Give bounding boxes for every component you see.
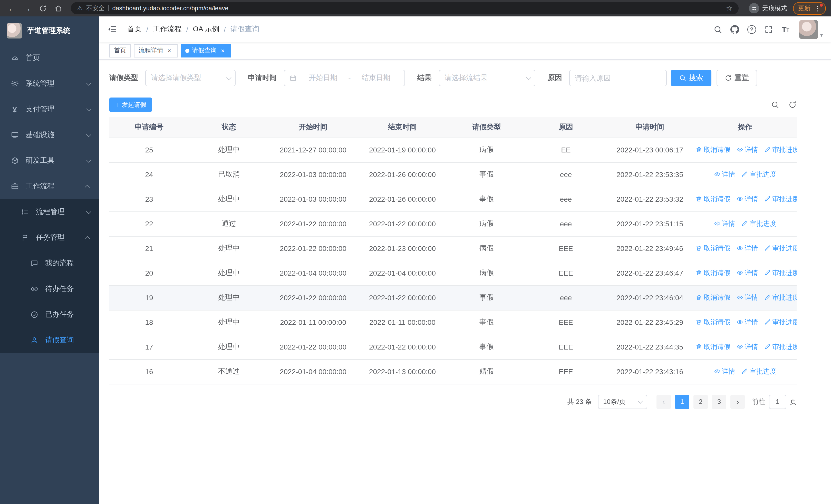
bookmark-star-icon[interactable]: ☆ [726, 4, 733, 12]
col-apply-time: 申请时间 [606, 117, 693, 138]
sidebar-item-my-processes[interactable]: 我的流程 [0, 250, 99, 276]
cancel-leave-link[interactable]: 取消请假 [695, 145, 730, 154]
font-size-button[interactable]: TT [777, 17, 794, 42]
table-row: 20 处理中 2022-01-04 00:00:00 2022-01-04 00… [109, 261, 797, 285]
browser-home-button[interactable] [51, 2, 65, 15]
detail-link[interactable]: 详情 [714, 219, 735, 228]
detail-link[interactable]: 详情 [714, 367, 735, 376]
sidebar-item-task-management[interactable]: 任务管理 [0, 225, 99, 250]
sidebar-item-leave-query[interactable]: 请假查询 [0, 327, 99, 353]
dashboard-icon [10, 54, 19, 62]
page-button-2[interactable]: 2 [693, 394, 708, 409]
detail-link[interactable]: 详情 [714, 170, 735, 179]
detail-link[interactable]: 详情 [737, 195, 758, 204]
leave-type-select[interactable]: 请选择请假类型 [145, 70, 236, 86]
detail-link[interactable]: 详情 [737, 318, 758, 327]
chevron-down-icon [226, 75, 231, 80]
approval-progress-link[interactable]: 审批进度 [764, 268, 797, 278]
screen: ← → ⚠ 不安全 dashboard.yudao.iocoder.cn/bpm… [0, 0, 831, 504]
create-leave-label: 发起请假 [122, 100, 146, 109]
search-button[interactable]: 搜索 [671, 70, 711, 86]
header-search-button[interactable] [709, 17, 726, 42]
user-avatar[interactable] [799, 20, 818, 39]
prev-page-button[interactable]: ‹ [657, 394, 671, 409]
approval-progress-link[interactable]: 审批进度 [764, 342, 797, 352]
chevron-down-icon [86, 157, 91, 162]
cancel-leave-link[interactable]: 取消请假 [695, 318, 730, 327]
detail-link[interactable]: 详情 [737, 293, 758, 302]
sidebar-collapse-button[interactable] [107, 24, 119, 35]
search-button-label: 搜索 [689, 73, 703, 83]
pen-icon [741, 368, 748, 375]
check-circle-icon [30, 310, 38, 319]
sidebar-item-workflow[interactable]: 工作流程 [0, 174, 99, 199]
close-icon[interactable]: × [166, 47, 173, 54]
goto-page-input[interactable] [769, 394, 786, 409]
page-size-select[interactable]: 10条/页 [598, 394, 647, 409]
browser-forward-button[interactable]: → [21, 2, 34, 15]
sidebar-item-system[interactable]: 系统管理 [0, 71, 99, 96]
cancel-leave-link[interactable]: 取消请假 [695, 195, 730, 204]
browser-update-button[interactable]: 更新 ⋮ [793, 2, 826, 14]
browser-reload-button[interactable] [36, 2, 49, 15]
detail-link[interactable]: 详情 [737, 342, 758, 352]
toggle-search-button[interactable] [771, 100, 779, 109]
reset-button[interactable]: 重置 [717, 70, 757, 86]
cell-reason: EEE [559, 367, 573, 376]
cancel-leave-link[interactable]: 取消请假 [695, 244, 730, 253]
approval-progress-link[interactable]: 审批进度 [764, 293, 797, 302]
cell-end-time: 2022-01-23 00:00:00 [369, 244, 436, 253]
detail-link[interactable]: 详情 [737, 145, 758, 154]
approval-progress-link[interactable]: 审批进度 [764, 195, 797, 204]
approval-progress-link[interactable]: 审批进度 [741, 170, 776, 179]
tab-process-detail[interactable]: 流程详情 × [134, 44, 178, 57]
table-row: 21 处理中 2022-01-22 00:00:00 2022-01-23 00… [109, 236, 797, 261]
sidebar-item-infrastructure[interactable]: 基础设施 [0, 122, 99, 148]
sidebar-item-done-tasks[interactable]: 已办任务 [0, 302, 99, 327]
approval-progress-link[interactable]: 审批进度 [764, 244, 797, 253]
cell-reason: eee [560, 170, 572, 179]
browser-back-button[interactable]: ← [5, 2, 19, 15]
page-button-1[interactable]: 1 [675, 394, 689, 409]
approval-progress-link[interactable]: 审批进度 [764, 145, 797, 154]
cancel-leave-link[interactable]: 取消请假 [695, 293, 730, 302]
browser-menu-button[interactable]: ⋮ [814, 5, 821, 11]
fullscreen-button[interactable] [760, 17, 777, 42]
logo[interactable]: 芋道管理系统 [0, 17, 99, 45]
pen-icon [764, 319, 771, 326]
sidebar-item-devtools[interactable]: 研发工具 [0, 148, 99, 174]
breadcrumb-oa-example[interactable]: OA 示例 [193, 25, 220, 34]
sidebar-item-home[interactable]: 首页 [0, 45, 99, 71]
apply-time-range-picker[interactable]: 开始日期 - 结束日期 [284, 70, 405, 86]
approval-progress-link[interactable]: 审批进度 [741, 219, 776, 228]
cell-status: 处理中 [218, 244, 240, 252]
help-button[interactable]: ? [743, 17, 760, 42]
detail-link[interactable]: 详情 [737, 268, 758, 278]
page-button-3[interactable]: 3 [712, 394, 726, 409]
github-button[interactable] [726, 17, 743, 42]
next-page-button[interactable]: › [730, 394, 745, 409]
sidebar-item-label: 系统管理 [26, 79, 54, 88]
close-icon[interactable]: × [219, 47, 226, 54]
avatar-caret-icon[interactable]: ▾ [820, 32, 823, 42]
refresh-table-button[interactable] [789, 100, 797, 109]
sidebar-item-payment[interactable]: ¥ 支付管理 [0, 96, 99, 122]
sidebar-item-label: 基础设施 [26, 130, 54, 140]
cancel-leave-link[interactable]: 取消请假 [695, 342, 730, 352]
approval-progress-link[interactable]: 审批进度 [741, 367, 776, 376]
detail-link[interactable]: 详情 [737, 244, 758, 253]
breadcrumb-workflow[interactable]: 工作流程 [153, 25, 182, 34]
breadcrumb-home[interactable]: 首页 [127, 25, 142, 34]
address-bar[interactable]: ⚠ 不安全 dashboard.yudao.iocoder.cn/bpm/oa/… [71, 2, 739, 14]
result-select[interactable]: 请选择流结果 [439, 70, 535, 86]
reason-input[interactable] [570, 70, 666, 86]
tab-leave-query[interactable]: 请假查询 × [181, 44, 231, 57]
table-row: 25 处理中 2021-12-27 00:00:00 2022-01-19 00… [109, 138, 797, 162]
sidebar-item-todo-tasks[interactable]: 待办任务 [0, 276, 99, 302]
approval-progress-link[interactable]: 审批进度 [764, 318, 797, 327]
create-leave-button[interactable]: + 发起请假 [109, 97, 152, 112]
sidebar-item-process-management[interactable]: 流程管理 [0, 199, 99, 225]
cancel-leave-link[interactable]: 取消请假 [695, 268, 730, 278]
tab-home[interactable]: 首页 [109, 44, 131, 57]
cell-leave-type: 事假 [479, 195, 494, 203]
